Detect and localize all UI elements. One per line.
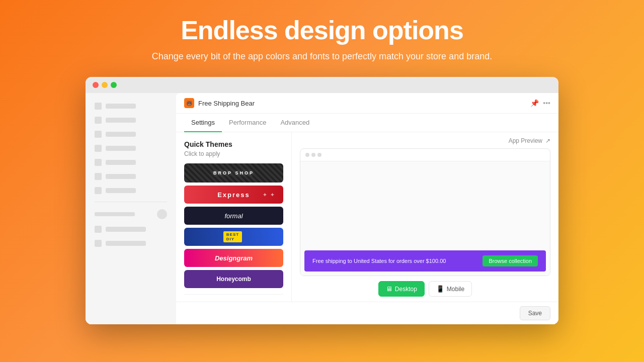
hero-title: Endless design options bbox=[181, 15, 463, 45]
external-link-icon[interactable]: ↗ bbox=[545, 137, 550, 144]
close-dot[interactable] bbox=[93, 82, 99, 88]
browser-window: 🐻 Free Shipping Bear 📌 ••• Settings Perf… bbox=[86, 77, 558, 324]
app-title: 🐻 Free Shipping Bear bbox=[184, 98, 255, 108]
theme-honeycomb-label: Honeycomb bbox=[216, 276, 251, 283]
express-stars-icon: ✦ ✦ bbox=[263, 192, 275, 198]
pin-icon[interactable]: 📌 bbox=[530, 99, 539, 107]
tab-performance[interactable]: Performance bbox=[222, 114, 273, 132]
preview-browser-bar bbox=[300, 149, 550, 161]
online-store-icon bbox=[95, 226, 102, 233]
sales-channels-label bbox=[95, 212, 135, 216]
sidebar-item-products[interactable] bbox=[86, 127, 176, 141]
theme-formal-label: formal bbox=[224, 212, 243, 220]
theme-designgram[interactable]: Designgram bbox=[184, 249, 283, 267]
sidebar-item-customers[interactable] bbox=[86, 141, 176, 155]
sidebar-label-home bbox=[106, 104, 136, 109]
tabs: Settings Performance Advanced bbox=[176, 114, 558, 132]
preview-dot-3 bbox=[317, 153, 321, 157]
sidebar-item-home[interactable] bbox=[86, 99, 176, 113]
app-header: 🐻 Free Shipping Bear 📌 ••• bbox=[176, 93, 558, 114]
analytics-icon bbox=[95, 159, 102, 166]
preview-browser: Free shipping to United States for order… bbox=[300, 148, 550, 276]
minimize-dot[interactable] bbox=[102, 82, 108, 88]
sidebar-label-apps bbox=[106, 188, 136, 193]
theme-express[interactable]: Express ✦ ✦ bbox=[184, 186, 283, 204]
theme-bestdiy[interactable]: BESTDIY bbox=[184, 228, 283, 246]
theme-express-label: Express bbox=[217, 191, 250, 199]
sidebar-label-online-store bbox=[106, 227, 146, 232]
app-name: Free Shipping Bear bbox=[198, 100, 255, 107]
theme-brop-label: BROP SHOP bbox=[213, 170, 254, 175]
content-split: Quick Themes Click to apply BROP SHOP Ex… bbox=[176, 132, 558, 302]
tab-advanced[interactable]: Advanced bbox=[273, 114, 316, 132]
bar-design-section: Bar Design Text size bbox=[184, 294, 283, 302]
quick-themes-subtitle: Click to apply bbox=[184, 150, 283, 157]
sidebar-item-apps[interactable] bbox=[86, 184, 176, 198]
sidebar-section-action[interactable] bbox=[157, 209, 167, 219]
preview-bar-text: Free shipping to United States for order… bbox=[312, 258, 446, 264]
sidebar-label-pos bbox=[106, 241, 146, 246]
sidebar-label-discounts bbox=[106, 174, 136, 179]
preview-label: App Preview bbox=[509, 137, 542, 144]
sidebar bbox=[86, 93, 176, 324]
sidebar-label-analytics bbox=[106, 160, 136, 165]
theme-honeycomb[interactable]: Honeycomb bbox=[184, 270, 283, 288]
preview-dot-2 bbox=[311, 153, 315, 157]
browse-collection-button[interactable]: Browse collection bbox=[482, 255, 538, 266]
preview-panel: App Preview ↗ Free shipping to Unit bbox=[292, 132, 558, 302]
orders-icon bbox=[95, 117, 102, 124]
customers-icon bbox=[95, 145, 102, 152]
sidebar-item-orders[interactable] bbox=[86, 113, 176, 127]
preview-spacer bbox=[300, 161, 550, 246]
hero-subtitle: Change every bit of the app colors and f… bbox=[152, 51, 492, 62]
sidebar-section-header bbox=[86, 206, 176, 222]
main-content: 🐻 Free Shipping Bear 📌 ••• Settings Perf… bbox=[176, 93, 558, 324]
app-container: 🐻 Free Shipping Bear 📌 ••• Settings Perf… bbox=[86, 93, 558, 324]
quick-themes-title: Quick Themes bbox=[184, 140, 283, 148]
bestdiy-badge: BESTDIY bbox=[223, 231, 242, 242]
settings-panel: Quick Themes Click to apply BROP SHOP Ex… bbox=[176, 132, 292, 302]
desktop-icon: 🖥 bbox=[386, 285, 392, 293]
app-footer: Save bbox=[176, 302, 558, 324]
sidebar-divider bbox=[95, 202, 167, 202]
app-icon: 🐻 bbox=[184, 98, 194, 108]
app-header-actions: 📌 ••• bbox=[530, 99, 550, 107]
sidebar-item-analytics[interactable] bbox=[86, 155, 176, 169]
browser-titlebar bbox=[86, 77, 558, 93]
pos-icon bbox=[95, 240, 102, 247]
sidebar-item-pos[interactable] bbox=[86, 236, 176, 250]
mobile-label: Mobile bbox=[447, 286, 464, 293]
more-icon[interactable]: ••• bbox=[543, 99, 550, 107]
tab-settings[interactable]: Settings bbox=[184, 114, 222, 132]
preview-bar: Free shipping to United States for order… bbox=[304, 250, 546, 272]
theme-brop[interactable]: BROP SHOP bbox=[184, 163, 283, 183]
sidebar-label-customers bbox=[106, 146, 136, 151]
preview-dot-1 bbox=[305, 153, 309, 157]
save-button[interactable]: Save bbox=[520, 306, 550, 320]
sidebar-label-products bbox=[106, 132, 136, 137]
apps-icon bbox=[95, 187, 102, 194]
sidebar-item-online-store[interactable] bbox=[86, 222, 176, 236]
discounts-icon bbox=[95, 173, 102, 180]
preview-controls: 🖥 Desktop 📱 Mobile bbox=[300, 281, 550, 297]
products-icon bbox=[95, 131, 102, 138]
home-icon bbox=[95, 103, 102, 110]
desktop-view-button[interactable]: 🖥 Desktop bbox=[378, 281, 425, 297]
expand-dot[interactable] bbox=[111, 82, 117, 88]
mobile-view-button[interactable]: 📱 Mobile bbox=[429, 281, 472, 297]
theme-designgram-label: Designgram bbox=[215, 254, 253, 262]
preview-content: Free shipping to United States for order… bbox=[300, 161, 550, 276]
sidebar-label-orders bbox=[106, 118, 136, 123]
mobile-icon: 📱 bbox=[436, 285, 444, 293]
theme-formal[interactable]: formal bbox=[184, 207, 283, 225]
desktop-label: Desktop bbox=[395, 286, 417, 293]
preview-header: App Preview ↗ bbox=[300, 137, 550, 144]
sidebar-item-discounts[interactable] bbox=[86, 169, 176, 184]
